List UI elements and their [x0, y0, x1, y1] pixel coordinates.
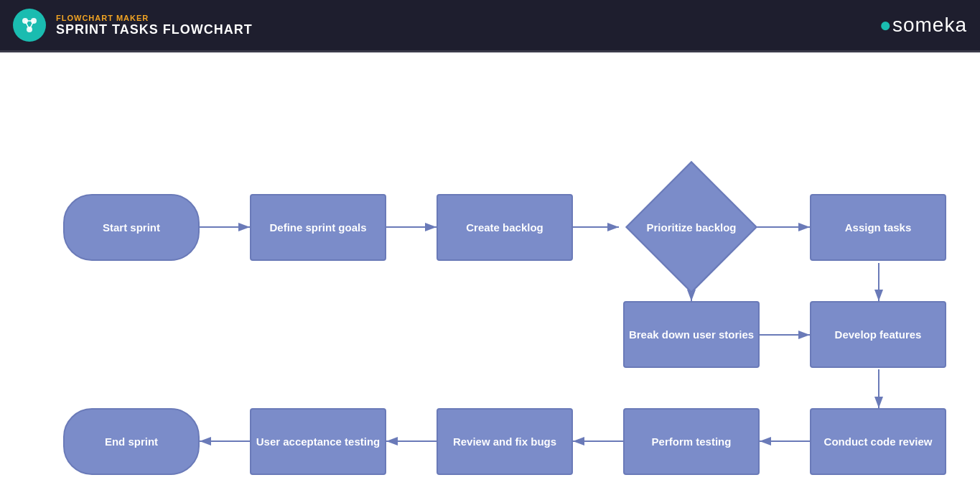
- node-review-bugs: Review and fix bugs: [437, 408, 573, 475]
- node-end-sprint: End sprint: [63, 408, 200, 475]
- node-prioritize-backlog-diamond: [625, 161, 757, 293]
- node-start-sprint: Start sprint: [63, 194, 200, 261]
- node-assign-tasks: Assign tasks: [810, 194, 946, 261]
- node-conduct-review: Conduct code review: [810, 408, 946, 475]
- flowchart-canvas: Start sprint Define sprint goals Create …: [0, 52, 980, 503]
- app-subtitle: FLOWCHART MAKER: [56, 14, 253, 22]
- node-develop-features: Develop features: [810, 301, 946, 368]
- header-left: FLOWCHART MAKER SPRINT TASKS FLOWCHART: [13, 9, 253, 42]
- node-create-backlog: Create backlog: [437, 194, 573, 261]
- node-break-down: Break down user stories: [623, 301, 760, 368]
- node-define-goals: Define sprint goals: [250, 194, 386, 261]
- brand-accent: ●: [879, 14, 892, 36]
- logo-icon: [13, 9, 46, 42]
- header-titles: FLOWCHART MAKER SPRINT TASKS FLOWCHART: [56, 14, 253, 37]
- node-user-acceptance: User acceptance testing: [250, 408, 386, 475]
- page-title: SPRINT TASKS FLOWCHART: [56, 22, 253, 37]
- brand-logo: ●someka: [879, 14, 967, 37]
- header: FLOWCHART MAKER SPRINT TASKS FLOWCHART ●…: [0, 0, 980, 50]
- node-prioritize-backlog-wrapper: Prioritize backlog: [623, 180, 760, 274]
- node-perform-testing: Perform testing: [623, 408, 760, 475]
